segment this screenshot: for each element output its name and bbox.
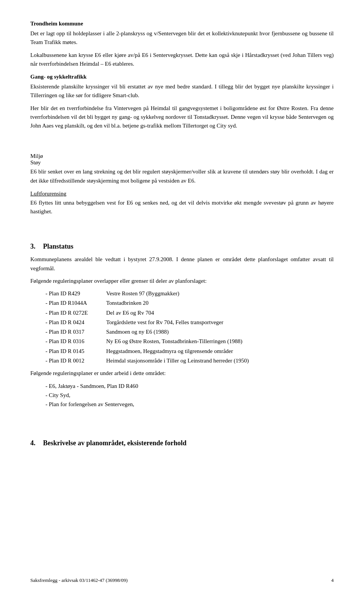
sub-plan-item: - Plan for forlengelsen av Sentervegen, — [46, 400, 334, 409]
plan-item-id: - Plan ID R1044A — [46, 299, 106, 307]
luftforurensing-paragraph: E6 flyttes litt unna bebyggelsen vest fo… — [30, 199, 334, 216]
plan-item-id: - Plan ID R429 — [46, 289, 106, 298]
planstatus-paragraph-3: Følgende reguleringsplaner er under arbe… — [30, 369, 334, 378]
planstatus-paragraph-1: Kommuneplanens arealdel ble vedtatt i by… — [30, 255, 334, 273]
planstatus-paragraph-2: Følgende reguleringsplaner overlapper el… — [30, 277, 334, 285]
footer: Saksfremlegg - arkivsak 03/11462-47 (369… — [0, 577, 364, 583]
luftforurensing-heading: Luftforurensing — [30, 191, 334, 197]
plan-item-desc: Tonstadbrinken 20 — [106, 299, 334, 307]
plan-list: - Plan ID R429Vestre Rosten 97 (Byggmakk… — [46, 289, 334, 365]
stoey-paragraph: E6 blir senket over en lang strekning og… — [30, 167, 334, 185]
plan-item-desc: Del av E6 og Rv 704 — [106, 309, 334, 317]
plan-item: - Plan ID R1044ATonstadbrinken 20 — [46, 299, 334, 307]
plan-item: - Plan ID R 0424Torgårdslette vest for R… — [46, 318, 334, 327]
plan-item: - Plan ID R429Vestre Rosten 97 (Byggmakk… — [46, 289, 334, 298]
plan-item: - Plan ID R 0145Heggstadmoen, Heggstadmy… — [46, 347, 334, 356]
plan-item-id: - Plan ID R 0272E — [46, 309, 106, 317]
municipality-heading: Trondheim kommune — [30, 20, 334, 27]
beskrivelse-title: Beskrivelse av planområdet, eksisterende… — [43, 439, 187, 447]
plan-item-desc: Heimdal stasjonsområde i Tiller og Leins… — [106, 356, 334, 365]
plan-item-desc: Sandmoen og ny E6 (1988) — [106, 328, 334, 336]
gang-sykkel-heading: Gang- og sykkeltrafikk — [30, 74, 334, 80]
sub-plan-item: - E6, Jaktøya - Sandmoen, Plan ID R460 — [46, 381, 334, 391]
beskrivelse-number: 4. — [30, 439, 36, 447]
plan-item-desc: Torgårdslette vest for Rv 704, Felles tr… — [106, 318, 334, 327]
plan-item: - Plan ID R 0316Ny E6 og Østre Rosten, T… — [46, 337, 334, 346]
beskrivelse-title-row: 4. Beskrivelse av planområdet, eksistere… — [30, 439, 334, 447]
miljo-label: Miljø — [30, 153, 334, 159]
intro-paragraph-1: Det er lagt opp til holdeplasser i alle … — [30, 29, 334, 47]
plan-item-desc: Heggstadmoen, Heggstadmyra og tilgrensen… — [106, 347, 334, 356]
planstatus-number: 3. — [30, 243, 36, 251]
plan-item-id: - Plan ID R 0317 — [46, 328, 106, 336]
plan-item-id: - Plan ID R 0316 — [46, 337, 106, 346]
footer-right: 4 — [331, 577, 334, 583]
gang-sykkel-paragraph-2: Her blir det en tverrforbindelse fra Vin… — [30, 104, 334, 131]
plan-item-id: - Plan ID R 0424 — [46, 318, 106, 327]
planstatus-title-row: 3. Planstatus — [30, 243, 334, 251]
plan-item-id: - Plan ID R 0012 — [46, 356, 106, 365]
plan-item: - Plan ID R 0272EDel av E6 og Rv 704 — [46, 309, 334, 317]
plan-item-desc: Vestre Rosten 97 (Byggmakker) — [106, 289, 334, 298]
sub-plan-list: - E6, Jaktøya - Sandmoen, Plan ID R460- … — [46, 381, 334, 409]
gang-sykkel-paragraph-1: Eksisterende planskilte kryssinger vil b… — [30, 82, 334, 100]
miljo-section: Miljø Støy E6 blir senket over en lang s… — [30, 153, 334, 216]
planstatus-title: Planstatus — [43, 243, 74, 251]
intro-paragraph-2: Lokalbussenene kan krysse E6 eller kjøre… — [30, 51, 334, 69]
footer-left: Saksfremlegg - arkivsak 03/11462-47 (369… — [30, 577, 128, 583]
stoey-label: Støy — [30, 159, 334, 166]
page: Trondheim kommune Det er lagt opp til ho… — [0, 0, 364, 591]
plan-item: - Plan ID R 0012Heimdal stasjonsområde i… — [46, 356, 334, 365]
plan-item-desc: Ny E6 og Østre Rosten, Tonstadbrinken-Ti… — [106, 337, 334, 346]
sub-plan-item: - City Syd, — [46, 391, 334, 400]
plan-item-id: - Plan ID R 0145 — [46, 347, 106, 356]
plan-item: - Plan ID R 0317Sandmoen og ny E6 (1988) — [46, 328, 334, 336]
